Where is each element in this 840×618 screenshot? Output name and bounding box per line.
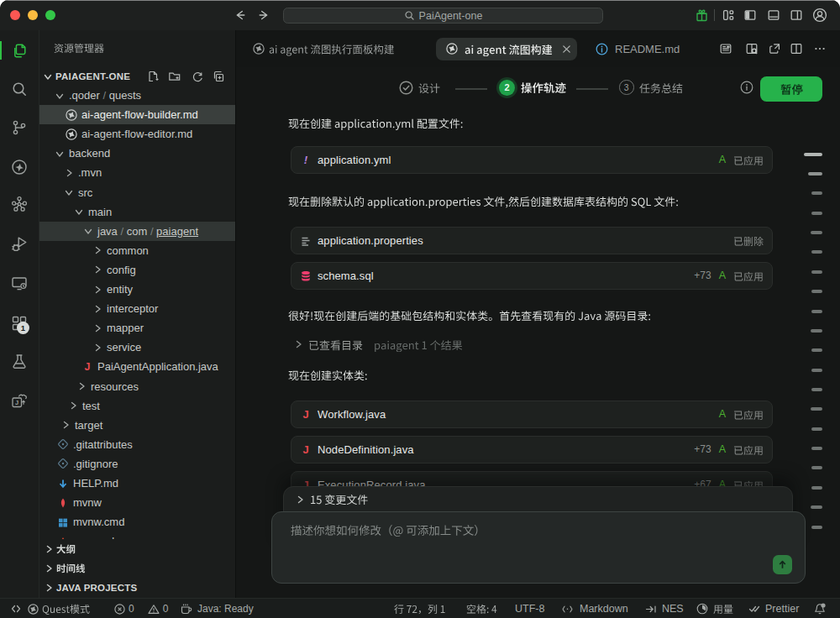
svg-text:J: J <box>15 399 18 406</box>
